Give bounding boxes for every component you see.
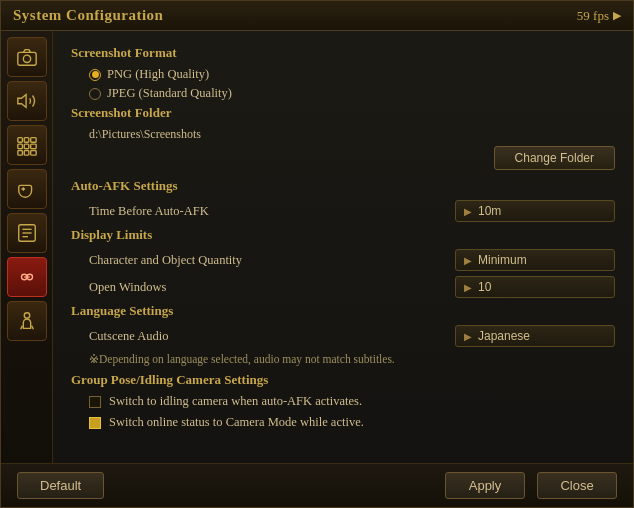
checkbox2-row[interactable]: Switch online status to Camera Mode whil… [71, 415, 615, 430]
svg-line-20 [31, 326, 33, 330]
char-object-row: Character and Object Quantity ▶ Minimum [71, 249, 615, 271]
png-radio-dot [92, 71, 99, 78]
png-label: PNG (High Quality) [107, 67, 209, 82]
sidebar-btn-character[interactable] [7, 301, 47, 341]
title-bar: System Configuration 59 fps ▶ [1, 1, 633, 31]
content-area: Screenshot Format PNG (High Quality) JPE… [53, 31, 633, 463]
svg-rect-5 [30, 138, 35, 143]
dropdown-arrow-icon-2: ▶ [464, 255, 472, 266]
display-limits-header: Display Limits [71, 227, 615, 243]
change-folder-row: Change Folder [71, 146, 615, 170]
cutscene-audio-value: Japanese [478, 329, 530, 343]
sidebar-btn-chat[interactable] [7, 257, 47, 297]
group-pose-header: Group Pose/Idling Camera Settings [71, 372, 615, 388]
sidebar-btn-gamepad[interactable] [7, 169, 47, 209]
camera-mode-checkbox[interactable] [89, 417, 101, 429]
char-object-value: Minimum [478, 253, 527, 267]
time-before-afk-value: 10m [478, 204, 501, 218]
svg-rect-3 [17, 138, 22, 143]
main-content: Screenshot Format PNG (High Quality) JPE… [1, 31, 633, 463]
dropdown-arrow-icon-4: ▶ [464, 331, 472, 342]
svg-rect-6 [17, 144, 22, 149]
png-radio-row[interactable]: PNG (High Quality) [89, 67, 615, 82]
idling-camera-checkbox[interactable] [89, 396, 101, 408]
dropdown-arrow-icon: ▶ [464, 206, 472, 217]
checkbox2-label: Switch online status to Camera Mode whil… [109, 415, 364, 430]
fps-display: 59 fps ▶ [577, 8, 621, 24]
cutscene-audio-dropdown[interactable]: ▶ Japanese [455, 325, 615, 347]
screenshot-format-header: Screenshot Format [71, 45, 615, 61]
default-button[interactable]: Default [17, 472, 104, 499]
folder-path-value: d:\Pictures\Screenshots [71, 127, 615, 142]
auto-afk-header: Auto-AFK Settings [71, 178, 615, 194]
svg-point-1 [23, 55, 30, 62]
sidebar-btn-hotbar[interactable] [7, 125, 47, 165]
sidebar-btn-log[interactable] [7, 213, 47, 253]
jpeg-radio-button[interactable] [89, 88, 101, 100]
jpeg-label: JPEG (Standard Quality) [107, 86, 232, 101]
svg-rect-11 [30, 151, 35, 156]
svg-rect-0 [17, 52, 35, 65]
time-before-afk-row: Time Before Auto-AFK ▶ 10m [71, 200, 615, 222]
png-radio-button[interactable] [89, 69, 101, 81]
sidebar-btn-sound[interactable] [7, 81, 47, 121]
fps-value: 59 fps [577, 8, 609, 24]
open-windows-label: Open Windows [89, 280, 455, 295]
svg-rect-9 [17, 151, 22, 156]
open-windows-row: Open Windows ▶ 10 [71, 276, 615, 298]
jpeg-radio-row[interactable]: JPEG (Standard Quality) [89, 86, 615, 101]
bottom-bar: Default Apply Close [1, 463, 633, 507]
bottom-center-buttons: Apply Close [445, 472, 617, 499]
time-before-afk-label: Time Before Auto-AFK [89, 204, 455, 219]
cutscene-audio-row: Cutscene Audio ▶ Japanese [71, 325, 615, 347]
sidebar-btn-camera[interactable] [7, 37, 47, 77]
window-title: System Configuration [13, 7, 163, 24]
checkbox1-row[interactable]: Switch to idling camera when auto-AFK ac… [71, 394, 615, 409]
language-settings-header: Language Settings [71, 303, 615, 319]
dropdown-arrow-icon-3: ▶ [464, 282, 472, 293]
close-button[interactable]: Close [537, 472, 617, 499]
time-before-afk-dropdown[interactable]: ▶ 10m [455, 200, 615, 222]
language-note: ※Depending on language selected, audio m… [71, 352, 615, 366]
apply-button[interactable]: Apply [445, 472, 525, 499]
svg-rect-4 [24, 138, 29, 143]
char-object-dropdown[interactable]: ▶ Minimum [455, 249, 615, 271]
sidebar [1, 31, 53, 463]
char-object-label: Character and Object Quantity [89, 253, 455, 268]
system-configuration-window: System Configuration 59 fps ▶ [0, 0, 634, 508]
fps-arrow-icon: ▶ [613, 9, 621, 22]
svg-point-18 [24, 313, 30, 319]
screenshot-folder-header: Screenshot Folder [71, 105, 615, 121]
screenshot-format-options: PNG (High Quality) JPEG (Standard Qualit… [71, 67, 615, 101]
checkbox1-label: Switch to idling camera when auto-AFK ac… [109, 394, 362, 409]
svg-rect-10 [24, 151, 29, 156]
change-folder-button[interactable]: Change Folder [494, 146, 615, 170]
svg-marker-2 [17, 95, 25, 108]
open-windows-dropdown[interactable]: ▶ 10 [455, 276, 615, 298]
cutscene-audio-label: Cutscene Audio [89, 329, 455, 344]
svg-line-19 [20, 326, 22, 330]
svg-rect-7 [24, 144, 29, 149]
svg-rect-8 [30, 144, 35, 149]
open-windows-value: 10 [478, 280, 491, 294]
